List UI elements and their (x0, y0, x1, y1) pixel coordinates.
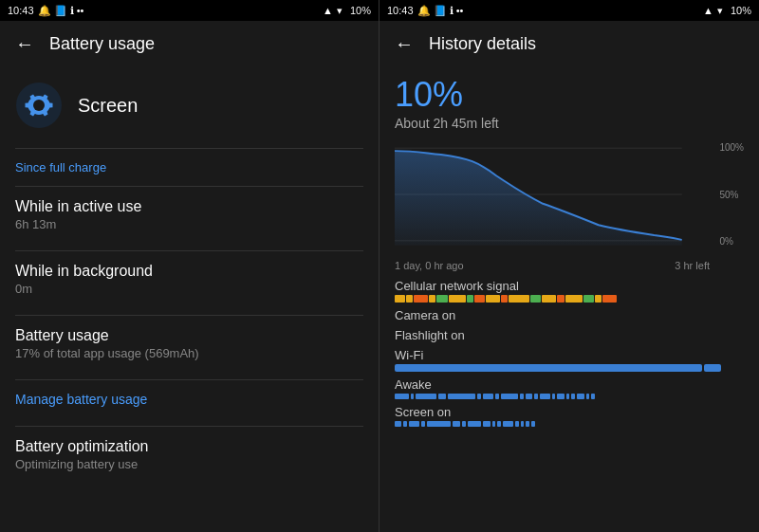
camera-label: Camera on (395, 308, 744, 322)
section-label: Since full charge (15, 160, 363, 174)
screen-label: Screen on (395, 405, 744, 419)
cellular-label: Cellular network signal (395, 279, 744, 293)
background-label: While in background (15, 263, 363, 280)
right-wifi-icon: ▾ (717, 5, 723, 17)
wifi-icon: ▾ (337, 5, 342, 17)
awake-label: Awake (395, 377, 744, 392)
notification-icons: 🔔 📘 ℹ •• (38, 5, 84, 17)
right-battery-percent: 10% (731, 5, 751, 16)
right-page-title: History details (429, 34, 536, 54)
svg-point-1 (33, 100, 45, 111)
active-use-sublabel: 6h 13m (15, 217, 363, 231)
flashlight-label: Flashlight on (395, 328, 744, 342)
cellular-row: Cellular network signal (395, 279, 744, 303)
right-top-bar: ← History details (380, 21, 759, 66)
battery-time-remaining: About 2h 45m left (395, 116, 744, 131)
manage-battery-link[interactable]: Manage battery usage (15, 392, 363, 407)
right-time-display: 10:43 (387, 5, 414, 16)
app-icon (15, 82, 63, 129)
chart-time-labels: 1 day, 0 hr ago 3 hr left (395, 260, 744, 271)
time-display: 10:43 (8, 5, 34, 16)
wifi-label: Wi-Fi (395, 348, 744, 362)
divider-1 (15, 148, 363, 149)
battery-percentage: 10% (395, 78, 744, 112)
left-status-icons: 10:43 🔔 📘 ℹ •• (8, 5, 83, 17)
left-top-bar: ← Battery usage (0, 21, 379, 66)
divider-3 (15, 250, 363, 251)
background-row: While in background 0m (15, 263, 363, 296)
wifi-bar-secondary (704, 364, 721, 372)
divider-5 (15, 379, 363, 380)
camera-row: Camera on (395, 308, 744, 322)
awake-bar (395, 394, 744, 399)
awake-row: Awake (395, 377, 744, 399)
flashlight-row: Flashlight on (395, 328, 744, 342)
wifi-bar-main (395, 364, 702, 372)
divider-4 (15, 315, 363, 316)
battery-usage-sublabel: 17% of total app usage (569mAh) (15, 346, 363, 360)
battery-usage-row: Battery usage 17% of total app usage (56… (15, 327, 363, 360)
right-signal-icon: ▲ (703, 5, 713, 16)
right-notification-icons: 🔔 📘 ℹ •• (417, 5, 464, 17)
optimization-row: Battery optimization Optimizing battery … (15, 438, 363, 471)
optimization-label: Battery optimization (15, 438, 363, 455)
wifi-bar-container (395, 364, 744, 372)
app-header: Screen (15, 82, 363, 129)
left-status-bar: 10:43 🔔 📘 ℹ •• ▲ ▾ 10% (0, 0, 379, 21)
right-back-button[interactable]: ← (395, 33, 414, 55)
chart-label-50: 50% (719, 190, 744, 200)
right-panel: 10:43 🔔 📘 ℹ •• ▲ ▾ 10% ← History details… (380, 0, 759, 532)
right-status-left-icons: 10:43 🔔 📘 ℹ •• (387, 5, 463, 17)
right-status-bar: 10:43 🔔 📘 ℹ •• ▲ ▾ 10% (380, 0, 759, 21)
signal-icon: ▲ (323, 5, 333, 16)
active-use-row: While in active use 6h 13m (15, 198, 363, 231)
usage-section: Cellular network signal (395, 279, 744, 427)
wifi-row: Wi-Fi (395, 348, 744, 372)
app-name: Screen (78, 95, 138, 117)
cellular-bar (395, 295, 744, 303)
battery-usage-label: Battery usage (15, 327, 363, 344)
screen-bar (395, 421, 744, 427)
divider-6 (15, 426, 363, 427)
divider-2 (15, 186, 363, 187)
active-use-label: While in active use (15, 198, 363, 215)
background-sublabel: 0m (15, 282, 363, 296)
chart-label-0: 0% (719, 236, 744, 247)
right-status-right-icons: ▲ ▾ 10% (703, 5, 751, 17)
left-panel: 10:43 🔔 📘 ℹ •• ▲ ▾ 10% ← Battery usage S… (0, 0, 380, 532)
back-button[interactable]: ← (15, 33, 34, 55)
time-label-left: 1 day, 0 hr ago (395, 260, 464, 271)
battery-chart: 100% 50% 0% (395, 142, 744, 256)
chart-label-100: 100% (719, 142, 744, 153)
left-page-title: Battery usage (49, 34, 155, 54)
left-content: Screen Since full charge While in active… (0, 66, 379, 532)
optimization-sublabel: Optimizing battery use (15, 457, 363, 471)
screen-row: Screen on (395, 405, 744, 427)
right-status-icons: ▲ ▾ 10% (323, 5, 371, 17)
time-label-right: 3 hr left (675, 260, 710, 271)
battery-percent-left: 10% (350, 5, 371, 16)
right-content: 10% About 2h 45m left (380, 66, 759, 532)
